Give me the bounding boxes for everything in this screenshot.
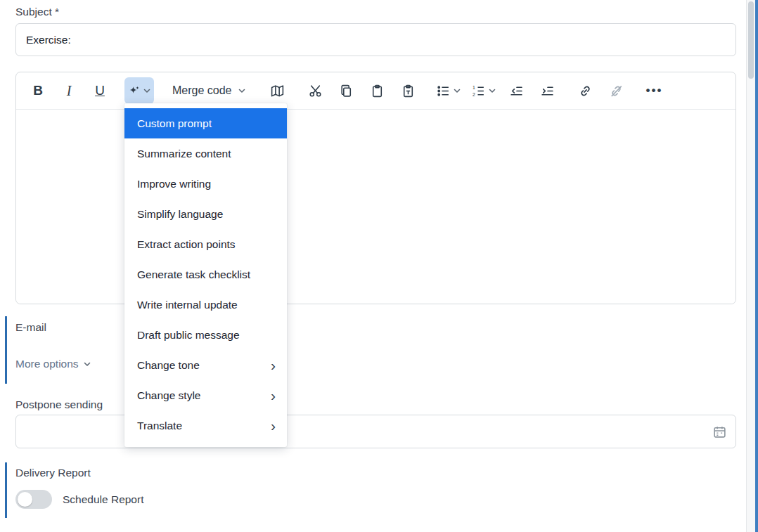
indent-button[interactable]: [534, 77, 561, 104]
delivery-report-label: Delivery Report: [15, 467, 91, 479]
ai-menu-item-label: Draft public message: [137, 329, 240, 342]
subject-label: Subject *: [15, 6, 59, 18]
map-icon: [270, 84, 285, 98]
paste-button[interactable]: [364, 77, 391, 104]
ai-menu-item-label: Generate task checklist: [137, 268, 250, 281]
more-options-toggle[interactable]: More options: [15, 358, 91, 370]
scrollbar[interactable]: [746, 0, 755, 532]
indent-icon: [540, 84, 555, 98]
scrollbar-thumb[interactable]: [748, 1, 754, 79]
ai-menu-item[interactable]: Simplify language: [124, 199, 287, 229]
cut-button[interactable]: [302, 77, 329, 104]
insert-link-button[interactable]: [572, 77, 599, 104]
ai-menu-item[interactable]: Extract action points: [124, 229, 287, 259]
outdent-icon: [509, 84, 524, 98]
merge-code-dropdown[interactable]: Merge code: [165, 77, 253, 104]
copy-button[interactable]: [333, 77, 360, 104]
paste-text-icon: [401, 84, 416, 98]
ai-menu-item[interactable]: Generate task checklist: [124, 259, 287, 290]
rich-text-editor: B I U Merge code: [15, 72, 736, 304]
svg-text:2: 2: [473, 92, 475, 97]
submenu-arrow-icon: ›: [271, 418, 276, 433]
remove-link-button[interactable]: [603, 77, 630, 104]
ai-menu-item[interactable]: Write internal update: [124, 290, 287, 320]
more-tools-button[interactable]: •••: [641, 77, 668, 104]
italic-button[interactable]: I: [56, 77, 82, 104]
ai-menu-item-label: Simplify language: [137, 208, 223, 221]
ai-menu-item[interactable]: Translate›: [124, 410, 287, 441]
ai-menu-item-label: Translate: [137, 420, 182, 432]
svg-text:1: 1: [473, 84, 475, 89]
ai-menu-item-label: Change style: [137, 389, 200, 402]
chevron-down-icon[interactable]: [488, 86, 496, 95]
ai-menu-item[interactable]: Change tone›: [124, 350, 287, 380]
delivery-section-accent-bar: [5, 462, 7, 518]
ai-menu-item-label: Extract action points: [137, 238, 236, 251]
ai-menu-item-label: Write internal update: [137, 299, 238, 311]
submenu-arrow-icon: ›: [271, 388, 276, 403]
ellipsis-icon: •••: [646, 84, 663, 98]
ai-menu-item[interactable]: Improve writing: [124, 169, 287, 199]
calendar-picker-button[interactable]: [711, 423, 728, 440]
email-section-label: E-mail: [15, 321, 46, 334]
postpone-sending-label: Postpone sending: [15, 398, 103, 411]
schedule-report-row: Schedule Report: [15, 490, 143, 509]
merge-code-label: Merge code: [172, 84, 232, 97]
bullet-list-button[interactable]: [433, 77, 464, 104]
schedule-report-label: Schedule Report: [63, 493, 143, 506]
chevron-down-icon: [83, 360, 91, 368]
postpone-date-input[interactable]: [15, 415, 736, 448]
map-button[interactable]: [264, 77, 291, 104]
ai-menu-item[interactable]: Draft public message: [124, 320, 287, 350]
ai-menu-item-label: Summarize content: [137, 148, 231, 160]
outdent-button[interactable]: [503, 77, 530, 104]
underline-button[interactable]: U: [86, 77, 113, 104]
numbered-list-icon: 1 2: [471, 84, 486, 98]
calendar-icon: [712, 424, 727, 439]
ai-menu-item[interactable]: Custom prompt: [124, 108, 287, 138]
ai-menu-item[interactable]: Change style›: [124, 380, 287, 410]
chevron-down-icon: [143, 86, 151, 95]
unlink-icon: [609, 84, 624, 98]
paste-icon: [370, 84, 385, 98]
ai-menu-item-label: Custom prompt: [137, 117, 212, 130]
copy-icon: [339, 84, 354, 98]
schedule-report-toggle[interactable]: [15, 490, 52, 509]
scissors-icon: [308, 84, 323, 98]
more-options-label: More options: [15, 358, 79, 370]
bold-button[interactable]: B: [25, 77, 51, 104]
paste-as-text-button[interactable]: [395, 77, 422, 104]
postpone-input-wrap: [15, 415, 736, 448]
ai-menu-item-label: Change tone: [137, 359, 200, 372]
submenu-arrow-icon: ›: [271, 358, 276, 372]
chevron-down-icon: [238, 86, 246, 95]
ai-menu-item-label: Improve writing: [137, 178, 211, 190]
ai-sparkle-icon: [127, 84, 141, 98]
ai-menu: Custom promptSummarize contentImprove wr…: [124, 103, 287, 447]
email-section-accent-bar: [5, 316, 7, 384]
subject-input[interactable]: [15, 23, 736, 56]
numbered-list-button[interactable]: 1 2: [468, 77, 499, 104]
link-icon: [578, 84, 593, 98]
ai-assistant-button[interactable]: [124, 77, 154, 104]
ai-menu-item[interactable]: Summarize content: [124, 138, 287, 169]
window-edge-accent: [755, 0, 758, 532]
bullet-list-icon: [436, 84, 451, 98]
toggle-knob: [18, 492, 32, 507]
chevron-down-icon[interactable]: [453, 86, 461, 95]
